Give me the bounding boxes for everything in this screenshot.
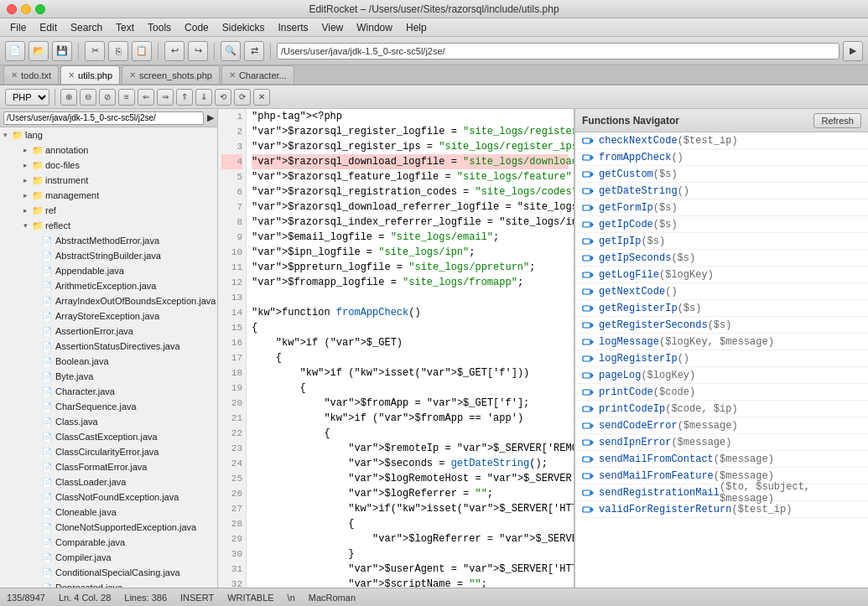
sidebar-item-ArrayIndexOutOfBoundsException.java[interactable]: 📄ArrayIndexOutOfBoundsException.java [0, 293, 217, 308]
code-line-11[interactable]: "var">$ppreturn_logfile = "site_logs/ppr… [252, 260, 569, 275]
code-content[interactable]: "php-tag"><?php"var">$razorsql_register_… [247, 109, 574, 588]
sidebar-item-ClassCircularityError.java[interactable]: 📄ClassCircularityError.java [0, 444, 217, 459]
code-line-25[interactable]: "var">$logRemoteHost = "var">$_SERVER['R… [252, 471, 569, 486]
sidebar-item-ClassLoader.java[interactable]: 📄ClassLoader.java [0, 474, 217, 489]
code-line-3[interactable]: "var">$razorsql_register_ips = "site_log… [252, 139, 569, 154]
new-file-button[interactable]: 📄 [5, 41, 25, 61]
function-item-getIpCode[interactable]: getIpCode($s) [575, 216, 868, 233]
function-item-sendCodeError[interactable]: sendCodeError($message) [575, 417, 868, 434]
function-item-fromAppCheck[interactable]: fromAppCheck() [575, 149, 868, 166]
function-item-sendRegistrationMail[interactable]: sendRegistrationMail($to, $subject, $mes… [575, 484, 868, 501]
sidebar-item-instrument[interactable]: ▸📁instrument [0, 173, 217, 188]
code-line-6[interactable]: "var">$razorsql_registration_codes = "si… [252, 184, 569, 199]
editor-btn-2[interactable]: ⊖ [80, 89, 96, 106]
sidebar-item-CharSequence.java[interactable]: 📄CharSequence.java [0, 399, 217, 414]
code-line-22[interactable]: { [252, 426, 569, 441]
code-line-8[interactable]: "var">$razorsql_index_referrer_logfile =… [252, 215, 569, 230]
menu-item-code[interactable]: Code [178, 20, 216, 35]
sidebar-item-lang[interactable]: ▾📁lang [0, 127, 217, 142]
sidebar-item-Compiler.java[interactable]: 📄Compiler.java [0, 550, 217, 565]
tab-close-0[interactable]: ✕ [11, 71, 18, 80]
sidebar-item-AbstractMethodError.java[interactable]: 📄AbstractMethodError.java [0, 233, 217, 248]
save-file-button[interactable]: 💾 [52, 41, 72, 61]
paste-button[interactable]: 📋 [132, 41, 152, 61]
menu-item-text[interactable]: Text [109, 20, 141, 35]
code-line-9[interactable]: "var">$email_logfile = "site_logs/email"… [252, 230, 569, 245]
refresh-button[interactable]: Refresh [813, 113, 861, 128]
function-item-sendIpnError[interactable]: sendIpnError($message) [575, 434, 868, 451]
code-line-24[interactable]: "var">$seconds = getDateString(); [252, 456, 569, 471]
code-editor[interactable]: 1234567891011121314151617181920212223242… [218, 109, 574, 588]
replace-button[interactable]: ⇄ [244, 41, 264, 61]
tab-todo.txt[interactable]: ✕todo.txt [3, 65, 59, 84]
function-item-getCustom[interactable]: getCustom($s) [575, 166, 868, 183]
sidebar-item-Character.java[interactable]: 📄Character.java [0, 384, 217, 399]
sidebar-item-ArrayStoreException.java[interactable]: 📄ArrayStoreException.java [0, 308, 217, 324]
code-line-31[interactable]: "var">$userAgent = "var">$_SERVER['HTTP_… [252, 562, 569, 577]
tab-screen_shots.php[interactable]: ✕screen_shots.php [122, 65, 220, 84]
function-item-logMessage[interactable]: logMessage($logKey, $message) [575, 334, 868, 350]
tab-close-1[interactable]: ✕ [68, 71, 75, 80]
code-line-16[interactable]: "kw">if ("var">$_GET) [252, 335, 569, 350]
editor-btn-5[interactable]: ⇐ [138, 89, 154, 106]
editor-btn-3[interactable]: ⊘ [99, 89, 116, 106]
tab-close-2[interactable]: ✕ [129, 71, 136, 80]
sidebar-item-annotation[interactable]: ▸📁annotation [0, 142, 217, 158]
editor-btn-4[interactable]: ≡ [118, 89, 135, 106]
undo-button[interactable]: ↩ [164, 41, 185, 61]
redo-button[interactable]: ↪ [188, 41, 208, 61]
code-line-4[interactable]: "var">$razorsql_download_logfile = "site… [252, 154, 569, 169]
function-item-checkNextCode[interactable]: checkNextCode($test_ip) [575, 132, 868, 149]
sidebar-item-AbstractStringBuilder.java[interactable]: 📄AbstractStringBuilder.java [0, 248, 217, 263]
sidebar-item-Appendable.java[interactable]: 📄Appendable.java [0, 263, 217, 278]
code-line-2[interactable]: "var">$razorsql_register_logfile = "site… [252, 124, 569, 139]
code-line-32[interactable]: "var">$scriptName = ""; [252, 577, 569, 588]
function-item-getIpIp[interactable]: getIpIp($s) [575, 233, 868, 250]
editor-btn-6[interactable]: ⇒ [157, 89, 174, 106]
editor-btn-8[interactable]: ⇓ [195, 89, 212, 106]
function-item-getRegisterSeconds[interactable]: getRegisterSeconds($s) [575, 317, 868, 334]
menu-item-inserts[interactable]: Inserts [271, 20, 314, 35]
tab-utils.php[interactable]: ✕utils.php [60, 65, 120, 84]
function-item-getIpSeconds[interactable]: getIpSeconds($s) [575, 250, 868, 267]
language-select[interactable]: PHP [5, 89, 49, 106]
menu-item-window[interactable]: Window [350, 20, 399, 35]
code-line-15[interactable]: { [252, 320, 569, 335]
editor-btn-10[interactable]: ⟳ [234, 89, 251, 106]
menu-item-edit[interactable]: Edit [33, 20, 64, 35]
sidebar-item-doc-files[interactable]: ▸📁doc-files [0, 158, 217, 173]
code-line-12[interactable]: "var">$fromapp_logfile = "site_logs/from… [252, 275, 569, 290]
function-item-getFormIp[interactable]: getFormIp($s) [575, 199, 868, 216]
menu-item-file[interactable]: File [3, 20, 33, 35]
code-line-5[interactable]: "var">$razorsql_feature_logfile = "site_… [252, 169, 569, 184]
function-item-printCode[interactable]: printCode($code) [575, 384, 868, 401]
minimize-button[interactable] [21, 4, 31, 14]
sidebar-item-ClassFormatError.java[interactable]: 📄ClassFormatError.java [0, 459, 217, 474]
menu-item-view[interactable]: View [314, 20, 350, 35]
code-line-10[interactable]: "var">$ipn_logfile = "site_logs/ipn"; [252, 245, 569, 260]
code-line-28[interactable]: { [252, 516, 569, 531]
sidebar-item-ArithmeticException.java[interactable]: 📄ArithmeticException.java [0, 278, 217, 293]
function-item-getDateString[interactable]: getDateString() [575, 183, 868, 199]
sidebar-item-Boolean.java[interactable]: 📄Boolean.java [0, 354, 217, 369]
editor-btn-7[interactable]: ⇑ [176, 89, 193, 106]
open-file-button[interactable]: 📂 [29, 41, 49, 61]
sidebar-item-Class.java[interactable]: 📄Class.java [0, 414, 217, 429]
function-item-printCodeIp[interactable]: printCodeIp($code, $ip) [575, 401, 868, 417]
sidebar-item-Byte.java[interactable]: 📄Byte.java [0, 369, 217, 384]
go-button[interactable]: ▶ [843, 41, 863, 61]
code-line-20[interactable]: "var">$fromApp = "var">$_GET['f']; [252, 396, 569, 411]
code-line-26[interactable]: "var">$logReferrer = ""; [252, 486, 569, 501]
function-item-getRegisterIp[interactable]: getRegisterIp($s) [575, 300, 868, 317]
code-line-21[interactable]: "kw">if ("var">$fromApp == 'app') [252, 411, 569, 426]
editor-btn-1[interactable]: ⊕ [60, 89, 77, 106]
function-item-sendMailFromContact[interactable]: sendMailFromContact($message) [575, 451, 868, 468]
sidebar-item-AssertionError.java[interactable]: 📄AssertionError.java [0, 324, 217, 339]
code-line-7[interactable]: "var">$razorsql_download_referrer_logfil… [252, 199, 569, 215]
sidebar-item-AssertionStatusDirectives.java[interactable]: 📄AssertionStatusDirectives.java [0, 339, 217, 354]
code-line-18[interactable]: "kw">if ("kw">isset("var">$_GET['f'])) [252, 365, 569, 381]
function-item-logRegisterIp[interactable]: logRegisterIp() [575, 350, 868, 367]
search-button[interactable]: 🔍 [221, 41, 241, 61]
code-line-29[interactable]: "var">$logReferrer = "var">$_SERVER['HTT… [252, 531, 569, 546]
sidebar-item-ConditionalSpecialCasing.java[interactable]: 📄ConditionalSpecialCasing.java [0, 565, 217, 580]
